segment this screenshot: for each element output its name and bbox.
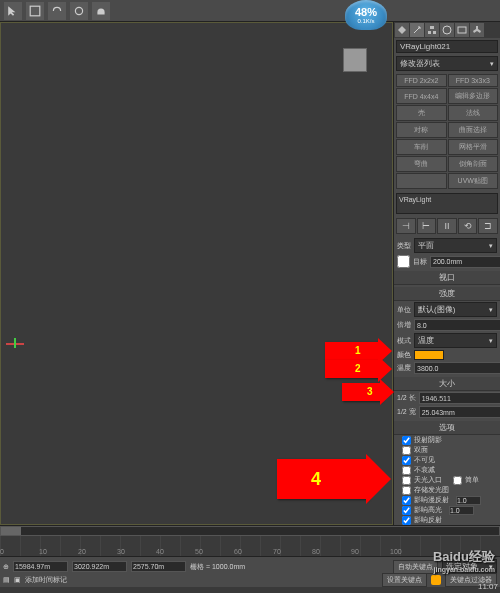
- tool-link-icon[interactable]: [48, 2, 66, 20]
- viewcube-icon[interactable]: [343, 48, 367, 72]
- modifier-btn-9[interactable]: 网格平滑: [448, 139, 499, 155]
- tick-10: 10: [39, 548, 47, 555]
- type-dropdown[interactable]: 平面: [414, 238, 497, 253]
- unit-row: 单位 默认(图像): [394, 301, 500, 318]
- create-tab-icon[interactable]: [395, 23, 409, 37]
- setkey-button[interactable]: 设置关键点: [382, 573, 427, 587]
- skylight-checkbox[interactable]: [402, 476, 411, 485]
- target-input[interactable]: [430, 256, 500, 268]
- tool-select-icon[interactable]: [26, 2, 44, 20]
- color-swatch[interactable]: [414, 350, 444, 360]
- temperature-input[interactable]: [414, 362, 500, 374]
- no-decay-row: 不衰减: [394, 465, 500, 475]
- mode-dropdown[interactable]: 温度: [414, 333, 497, 348]
- modifier-btn-1[interactable]: FFD 3x3x3: [448, 74, 499, 87]
- svg-rect-3: [428, 31, 431, 34]
- cast-shadows-row: 投射阴影: [394, 435, 500, 445]
- modifier-btn-5[interactable]: 法线: [448, 105, 499, 121]
- motion-tab-icon[interactable]: [440, 23, 454, 37]
- specular-val[interactable]: [449, 506, 474, 515]
- tick-70: 70: [273, 548, 281, 555]
- modifier-btn-3[interactable]: 编辑多边形: [448, 88, 499, 104]
- object-name-field[interactable]: VRayLight021: [396, 40, 498, 53]
- lock-icon[interactable]: [431, 575, 441, 585]
- options-section: 选项: [394, 421, 500, 435]
- modifier-btn-12[interactable]: [396, 173, 447, 189]
- listener-icon[interactable]: ▣: [14, 576, 21, 584]
- store-irrad-row: 存储发光图: [394, 485, 500, 495]
- cast-shadows-checkbox[interactable]: [402, 436, 411, 445]
- progress-speed: 0.1K/s: [357, 18, 374, 24]
- tick-20: 20: [78, 548, 86, 555]
- coord-x[interactable]: [13, 561, 68, 572]
- affect-reflect-checkbox[interactable]: [402, 516, 411, 525]
- tool-unlink-icon[interactable]: [70, 2, 88, 20]
- modifier-btn-0[interactable]: FFD 2x2x2: [396, 74, 447, 87]
- script-icon[interactable]: ▤: [3, 576, 10, 584]
- skylight-row: 天光入口简单: [394, 475, 500, 485]
- svg-rect-6: [458, 27, 466, 33]
- diffuse-val[interactable]: [456, 496, 481, 505]
- time-slider[interactable]: [0, 526, 500, 536]
- time-ruler[interactable]: 0102030405060708090100: [0, 536, 500, 556]
- stack-tool-4[interactable]: ⊐: [478, 218, 498, 234]
- half-length-row: 1/2 长: [394, 391, 500, 405]
- tick-100: 100: [390, 548, 402, 555]
- store-irrad-checkbox[interactable]: [402, 486, 411, 495]
- multiplier-input[interactable]: [414, 319, 500, 331]
- affect-specular-row: 影响高光: [394, 505, 500, 515]
- annotation-arrow-1: 1: [325, 342, 380, 360]
- mode-row: 模式 温度: [394, 332, 500, 349]
- viewport[interactable]: [0, 22, 393, 525]
- unit-dropdown[interactable]: 默认(图像): [414, 302, 497, 317]
- half-length-input[interactable]: [419, 392, 500, 404]
- modifier-btn-13[interactable]: UVW贴图: [448, 173, 499, 189]
- modifier-btn-7[interactable]: 曲面选择: [448, 122, 499, 138]
- stack-tool-0[interactable]: ⊣: [396, 218, 416, 234]
- grid-label: 栅格 = 1000.0mm: [190, 562, 245, 572]
- viewport-section: 视口: [394, 271, 500, 285]
- modifier-btn-4[interactable]: 壳: [396, 105, 447, 121]
- modifier-btn-2[interactable]: FFD 4x4x4: [396, 88, 447, 104]
- slider-handle[interactable]: [1, 527, 21, 535]
- hierarchy-tab-icon[interactable]: [425, 23, 439, 37]
- svg-rect-0: [30, 6, 40, 16]
- stack-tool-3[interactable]: ⟲: [458, 218, 478, 234]
- coord-y[interactable]: [72, 561, 127, 572]
- panel-tabs: [394, 22, 500, 38]
- time-tag-label[interactable]: 添加时间标记: [25, 575, 67, 585]
- progress-percent: 48%: [355, 6, 377, 18]
- stack-tool-2[interactable]: II: [437, 218, 457, 234]
- affect-diffuse-row: 影响漫反射: [394, 495, 500, 505]
- target-checkbox[interactable]: [397, 255, 410, 268]
- invisible-checkbox[interactable]: [402, 456, 411, 465]
- autokey-button[interactable]: 自动关键点: [393, 560, 438, 574]
- display-tab-icon[interactable]: [455, 23, 469, 37]
- bottom-bar: ▤ ▣ 添加时间标记 设置关键点 关键点过滤器: [0, 573, 500, 587]
- affect-specular-checkbox[interactable]: [402, 506, 411, 515]
- half-width-input[interactable]: [419, 406, 500, 418]
- annotation-arrow-2: 2: [325, 360, 380, 378]
- modify-tab-icon[interactable]: [410, 23, 424, 37]
- simple-checkbox[interactable]: [453, 476, 462, 485]
- timeline: 0102030405060708090100 ⊕ 栅格 = 1000.0mm 自…: [0, 525, 500, 573]
- modifier-btn-10[interactable]: 弯曲: [396, 156, 447, 172]
- modifier-btn-8[interactable]: 车削: [396, 139, 447, 155]
- tick-80: 80: [312, 548, 320, 555]
- double-sided-checkbox[interactable]: [402, 446, 411, 455]
- modifier-list-dropdown[interactable]: 修改器列表: [396, 56, 498, 71]
- annotation-arrow-3: 3: [342, 383, 382, 401]
- modifier-btn-6[interactable]: 对称: [396, 122, 447, 138]
- coord-z[interactable]: [131, 561, 186, 572]
- tool-arrow-icon[interactable]: [4, 2, 22, 20]
- tick-90: 90: [351, 548, 359, 555]
- no-decay-checkbox[interactable]: [402, 466, 411, 475]
- temperature-row: 温度: [394, 361, 500, 375]
- affect-diffuse-checkbox[interactable]: [402, 496, 411, 505]
- stack-tool-1[interactable]: ⊢: [417, 218, 437, 234]
- modifier-stack[interactable]: VRayLight: [396, 193, 498, 214]
- utilities-tab-icon[interactable]: [470, 23, 484, 37]
- tool-teapot-icon[interactable]: [92, 2, 110, 20]
- modifier-btn-11[interactable]: 倒角剖面: [448, 156, 499, 172]
- target-row: 目标: [394, 254, 500, 269]
